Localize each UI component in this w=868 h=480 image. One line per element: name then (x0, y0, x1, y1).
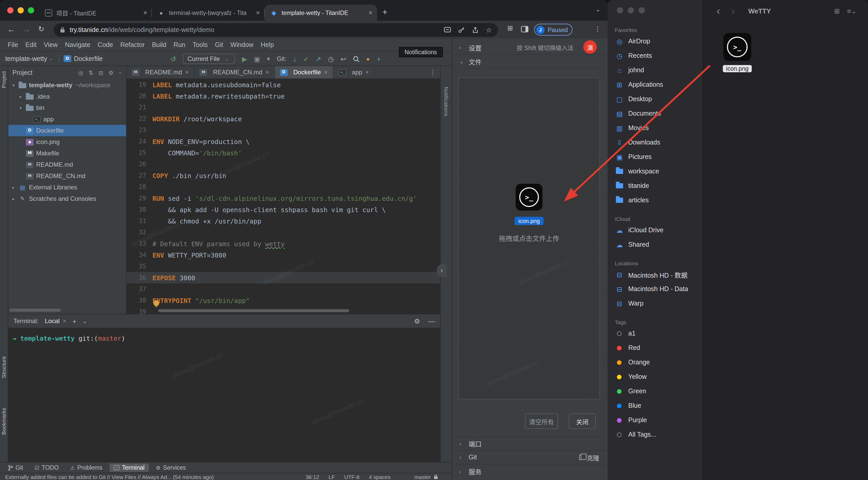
history-icon[interactable]: ◷ (328, 56, 334, 62)
panel-section-files[interactable]: ⌄ 文件 (452, 55, 608, 69)
editor-tab[interactable]: DDockerfile× (275, 66, 333, 78)
menu-tools[interactable]: Tools (189, 41, 211, 48)
sidebar-item-all-tags-[interactable]: All Tags... (608, 427, 703, 442)
menu-navigate[interactable]: Navigate (61, 41, 94, 48)
sidebar-item-recents[interactable]: ◷Recents (608, 48, 703, 63)
debug-icon[interactable]: ▣ (254, 56, 260, 62)
menu-help[interactable]: Help (257, 41, 277, 48)
status-message[interactable]: Externally added files can be added to G… (5, 474, 214, 480)
menu-view[interactable]: View (40, 41, 61, 48)
tab-close-icon[interactable]: × (265, 69, 269, 76)
tool-tab-git[interactable]: Git (4, 464, 27, 472)
menu-window[interactable]: Window (227, 41, 257, 48)
chevron-icon[interactable]: ▸ (12, 185, 19, 190)
git-clone-button[interactable]: 克隆 (579, 453, 599, 462)
file-encoding[interactable]: UTF-8 (344, 474, 360, 480)
sidebar-item-documents[interactable]: ▤Documents (608, 106, 703, 121)
sidebar-item-warp[interactable]: ⊟Warp (608, 296, 703, 311)
panel-section-ports[interactable]: › 端口 (452, 437, 608, 451)
browser-tab[interactable]: ●terminal-wetty-bwqryafz - Tita× (152, 5, 265, 21)
clear-all-button[interactable]: 清空所有 (525, 413, 558, 429)
sidebar-item-macintosh-hd-[interactable]: ⊟Macintosh HD - 数据 (608, 267, 703, 282)
tab-close-icon[interactable]: × (324, 69, 328, 76)
reload-icon[interactable]: ↻ (38, 25, 44, 33)
tree-item[interactable]: MREADME_CN.md (8, 170, 126, 182)
menu-edit[interactable]: Edit (22, 41, 40, 48)
chevron-icon[interactable]: ▾ (12, 83, 19, 88)
chevron-down-icon[interactable]: ⌄ (83, 318, 87, 324)
project-selector[interactable]: template-wetty (5, 55, 47, 62)
extensions-puzzle-icon[interactable]: ⊞ (507, 24, 513, 32)
minimize-window-icon[interactable] (628, 7, 634, 13)
close-window-icon[interactable] (617, 7, 623, 13)
tree-item[interactable]: MMakefile (8, 148, 126, 159)
code-area[interactable]: 19LABEL metadata.usesubdomain=false20LAB… (127, 79, 440, 314)
menu-git[interactable]: Git (211, 41, 227, 48)
sidebar-item-shared[interactable]: ☁Shared (608, 237, 703, 252)
caret-position[interactable]: 36:12 (306, 474, 319, 480)
menu-file[interactable]: File (4, 41, 22, 48)
tree-item[interactable]: ▾template-wetty ~/workspace (8, 79, 126, 91)
tab-close-icon[interactable]: × (63, 317, 66, 324)
collab-icon[interactable]: ◑ (376, 56, 380, 62)
browser-menu-icon[interactable]: ⋮ (594, 25, 601, 33)
settings-gear-icon[interactable]: ⚙ (108, 69, 114, 76)
browser-tab[interactable]: <>项目 - TitanIDE× (39, 5, 152, 21)
sidebar-item-yellow[interactable]: Yellow (608, 370, 703, 384)
back-icon[interactable]: ← (7, 25, 15, 34)
save-page-icon[interactable] (444, 27, 451, 33)
tab-search-icon[interactable]: ⌄ (596, 6, 600, 13)
tree-item[interactable]: MREADME.md (8, 159, 126, 170)
more-options-icon[interactable]: ⋮ (429, 66, 440, 78)
editor-hscrollbar[interactable] (158, 309, 349, 312)
git-branch-widget[interactable]: master (414, 474, 438, 480)
editor-tab[interactable]: MREADME.md× (127, 66, 194, 78)
indent-style[interactable]: 4 spaces (369, 474, 391, 480)
sidebar-item-purple[interactable]: Purple (608, 413, 703, 427)
minimize-panel-icon[interactable]: — (428, 317, 435, 325)
panel-section-services[interactable]: › 服务 (452, 465, 608, 478)
undo-icon[interactable]: ↩ (340, 56, 346, 62)
menu-code[interactable]: Code (94, 41, 117, 48)
tool-button-notifications[interactable]: Notifications (443, 87, 450, 116)
forward-icon[interactable]: → (23, 25, 30, 34)
tab-close-icon[interactable]: × (256, 9, 260, 16)
breadcrumb[interactable]: Dockerfile (74, 55, 102, 62)
terminal-settings-gear-icon[interactable]: ⚙ (414, 317, 420, 325)
password-key-icon[interactable] (459, 27, 465, 33)
sidebar-item-icloud-drive[interactable]: ☁iCloud Drive (608, 223, 703, 237)
editor-tab[interactable]: MREADME_CN.md× (194, 66, 275, 78)
file-dropzone[interactable]: >_ icon.png 拖拽或点击文件上传 (458, 77, 600, 400)
sort-icon[interactable]: ⇅ (89, 69, 93, 76)
list-view-icon[interactable]: ≡⌄ (847, 7, 857, 15)
project-hscrollbar[interactable] (9, 309, 61, 312)
collapse-all-icon[interactable]: ⊟ (98, 69, 103, 76)
sidebar-item-macintosh-hd-data[interactable]: ⊟Macintosh HD - Data (608, 282, 703, 296)
search-icon[interactable] (353, 56, 360, 62)
close-button[interactable]: 关闭 (569, 413, 596, 429)
tab-close-icon[interactable]: × (365, 69, 369, 76)
run-config-dropdown[interactable]: Current File⌄ (183, 54, 235, 64)
menu-run[interactable]: Run (170, 41, 189, 48)
stop-icon[interactable]: ■ (267, 56, 270, 61)
tree-item[interactable]: icon.png (8, 136, 126, 148)
side-panel-icon[interactable] (521, 26, 529, 33)
tool-tab-problems[interactable]: ⚠Problems (66, 464, 106, 472)
new-tab-button[interactable]: + (382, 7, 388, 18)
sidebar-item-red[interactable]: Red (608, 341, 703, 355)
tab-close-icon[interactable]: × (369, 9, 373, 16)
sidebar-item-pictures[interactable]: ▣Pictures (608, 150, 703, 164)
zoom-window-icon[interactable] (28, 7, 34, 13)
tool-tab-services[interactable]: ⚙Services (152, 464, 190, 472)
finder-file-item[interactable]: >_ icon.png (723, 33, 751, 72)
close-window-icon[interactable] (7, 7, 13, 13)
tree-item[interactable]: ▸✎Scratches and Consoles (8, 193, 126, 204)
terminal-tab[interactable]: Local× (45, 317, 66, 324)
browser-tab[interactable]: ◆template-wetty - TitanIDE× (265, 5, 377, 21)
sidebar-item-workspace[interactable]: workspace (608, 164, 703, 179)
sidebar-item-applications[interactable]: ⊞Applications (608, 77, 703, 92)
run-icon[interactable]: ▶ (242, 56, 247, 62)
sidebar-item-johnd[interactable]: ⌂johnd (608, 63, 703, 77)
chevron-icon[interactable]: ▸ (12, 196, 19, 201)
git-update-icon[interactable]: ↓ (293, 56, 297, 62)
